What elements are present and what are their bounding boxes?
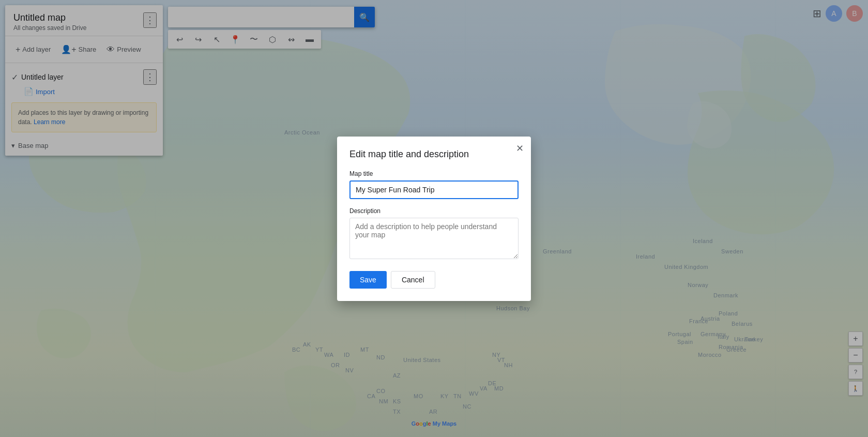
map-title-group: Map title xyxy=(349,170,519,199)
cancel-button[interactable]: Cancel xyxy=(391,271,435,289)
modal-title: Edit map title and description xyxy=(349,149,519,160)
modal-overlay: Edit map title and description ✕ Map tit… xyxy=(0,0,868,437)
save-button[interactable]: Save xyxy=(349,271,387,289)
modal-actions: Save Cancel xyxy=(349,271,519,289)
edit-map-modal: Edit map title and description ✕ Map tit… xyxy=(337,137,531,301)
map-title-label: Map title xyxy=(349,170,519,177)
description-label: Description xyxy=(349,207,519,215)
map-title-input[interactable] xyxy=(349,180,519,199)
description-group: Description xyxy=(349,207,519,261)
modal-close-button[interactable]: ✕ xyxy=(516,144,524,153)
description-textarea[interactable] xyxy=(349,218,519,259)
